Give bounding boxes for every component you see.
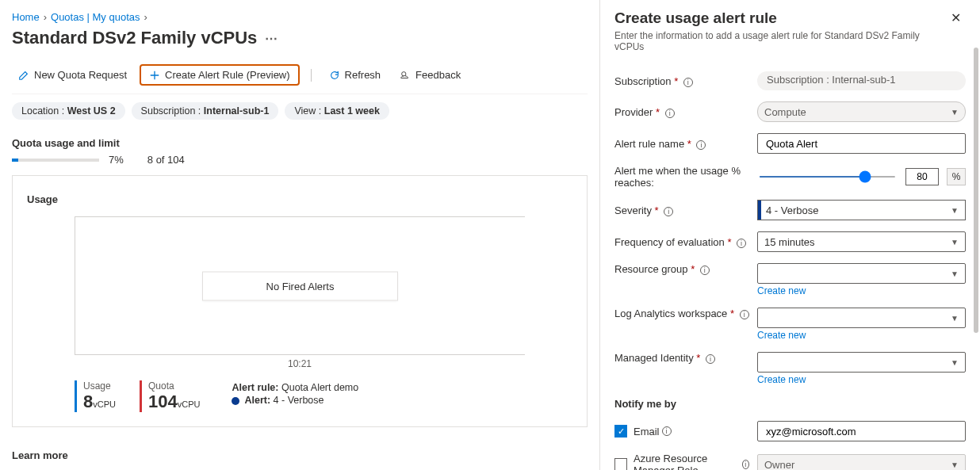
email-input[interactable] bbox=[757, 421, 966, 441]
breadcrumb-home[interactable]: Home bbox=[12, 11, 40, 23]
resource-group-label: Resource group * i bbox=[614, 263, 749, 275]
rg-create-new-link[interactable]: Create new bbox=[757, 285, 966, 296]
threshold-label: Alert me when the usage % reaches: bbox=[614, 165, 749, 189]
provider-label: Provider * i bbox=[614, 106, 749, 118]
filter-row: Location : West US 2 Subscription : Inte… bbox=[12, 94, 588, 131]
rule-name-input[interactable] bbox=[757, 133, 966, 154]
notify-heading: Notify me by bbox=[614, 398, 966, 410]
no-fired-alerts-banner: No Fired Alerts bbox=[202, 271, 399, 300]
threshold-slider[interactable] bbox=[759, 176, 896, 178]
chevron-down-icon: ▼ bbox=[951, 108, 959, 117]
severity-label: Severity * i bbox=[614, 204, 749, 216]
quota-stat-label: Quota bbox=[148, 380, 200, 392]
chevron-down-icon: ▼ bbox=[951, 358, 959, 367]
arm-role-checkbox[interactable] bbox=[614, 458, 627, 470]
more-icon[interactable]: ⋯ bbox=[265, 31, 278, 46]
chevron-down-icon: ▼ bbox=[951, 460, 959, 469]
create-alert-label: Create Alert Rule (Preview) bbox=[165, 69, 290, 81]
usage-stat-label: Usage bbox=[83, 380, 116, 392]
quota-usage-heading: Quota usage and limit bbox=[12, 137, 588, 149]
frequency-select[interactable]: 15 minutes▼ bbox=[757, 231, 966, 252]
rule-name-label: Alert rule name * i bbox=[614, 138, 749, 150]
panel-subtitle: Enter the information to add a usage ale… bbox=[614, 30, 946, 52]
law-select[interactable]: ▼ bbox=[757, 308, 966, 328]
feedback-label: Feedback bbox=[415, 69, 461, 81]
info-icon[interactable]: i bbox=[700, 266, 710, 275]
info-icon[interactable]: i bbox=[662, 426, 672, 436]
usage-chart: No Fired Alerts bbox=[75, 216, 525, 355]
usage-percent: 7% bbox=[109, 154, 124, 166]
feedback-icon bbox=[400, 70, 411, 81]
location-filter[interactable]: Location : West US 2 bbox=[12, 102, 125, 120]
usage-card: Usage No Fired Alerts 10:21 Usage 8vCPU … bbox=[12, 175, 588, 427]
info-icon[interactable]: i bbox=[665, 109, 675, 118]
divider bbox=[311, 69, 312, 82]
usage-stat: Usage 8vCPU bbox=[75, 380, 116, 412]
create-alert-rule-button[interactable]: Create Alert Rule (Preview) bbox=[140, 64, 300, 86]
chart-time-label: 10:21 bbox=[27, 358, 572, 369]
panel-scrollbar[interactable] bbox=[974, 48, 978, 333]
refresh-icon bbox=[329, 70, 340, 81]
close-panel-button[interactable]: ✕ bbox=[946, 10, 966, 26]
chevron-down-icon: ▼ bbox=[951, 238, 959, 246]
create-alert-panel: Create usage alert rule Enter the inform… bbox=[599, 0, 980, 470]
info-icon[interactable]: i bbox=[664, 207, 673, 216]
arm-role-row-label: Azure Resource Manager Role i bbox=[614, 453, 749, 470]
chevron-down-icon: ▼ bbox=[951, 206, 959, 215]
law-create-new-link[interactable]: Create new bbox=[757, 330, 966, 341]
refresh-button[interactable]: Refresh bbox=[323, 66, 388, 84]
breadcrumb-quotas[interactable]: Quotas | My quotas bbox=[51, 11, 140, 23]
info-icon[interactable]: i bbox=[740, 310, 749, 319]
breadcrumb: Home › Quotas | My quotas › bbox=[12, 11, 588, 23]
usage-count: 8 of 104 bbox=[147, 154, 185, 166]
percent-label: % bbox=[947, 168, 966, 185]
usage-card-title: Usage bbox=[27, 193, 572, 205]
page-title-text: Standard DSv2 Family vCPUs bbox=[12, 28, 257, 48]
email-checkbox[interactable]: ✓ bbox=[614, 425, 627, 438]
info-icon[interactable]: i bbox=[737, 239, 746, 248]
mi-create-new-link[interactable]: Create new bbox=[757, 374, 966, 385]
arm-role-select[interactable]: Owner▼ bbox=[757, 454, 966, 470]
new-quota-request-button[interactable]: New Quota Request bbox=[12, 66, 133, 84]
info-icon[interactable]: i bbox=[706, 354, 715, 364]
threshold-value-input[interactable] bbox=[905, 168, 939, 185]
learn-more-heading: Learn more bbox=[12, 449, 588, 461]
chevron-down-icon: ▼ bbox=[951, 314, 959, 323]
page-title: Standard DSv2 Family vCPUs ⋯ bbox=[12, 28, 588, 48]
view-filter[interactable]: View : Last 1 week bbox=[285, 102, 389, 120]
email-row-label: ✓ Email i bbox=[614, 425, 749, 438]
usage-progress-bar bbox=[12, 159, 99, 162]
law-label: Log Analytics workspace * i bbox=[614, 308, 749, 319]
new-quota-label: New Quota Request bbox=[34, 69, 127, 81]
toolbar: New Quota Request Create Alert Rule (Pre… bbox=[12, 59, 588, 94]
info-icon[interactable]: i bbox=[742, 460, 749, 469]
subscription-select[interactable]: Subscription : Internal-sub-1 bbox=[757, 71, 966, 90]
chevron-right-icon: › bbox=[144, 11, 147, 23]
mi-label: Managed Identity * i bbox=[614, 352, 749, 364]
quota-stat: Quota 104vCPU bbox=[140, 380, 200, 412]
chevron-down-icon: ▼ bbox=[951, 269, 959, 278]
panel-title: Create usage alert rule bbox=[614, 10, 946, 27]
refresh-label: Refresh bbox=[345, 69, 381, 81]
info-icon[interactable]: i bbox=[683, 78, 693, 87]
subscription-filter[interactable]: Subscription : Internal-sub-1 bbox=[132, 102, 279, 120]
frequency-label: Frequency of evaluation * i bbox=[614, 236, 749, 248]
info-icon[interactable]: i bbox=[696, 140, 706, 150]
feedback-button[interactable]: Feedback bbox=[393, 66, 467, 84]
alert-rule-info: Alert rule: Quota Alert demo Alert: 4 - … bbox=[232, 380, 358, 407]
severity-select[interactable]: 4 - Verbose▼ bbox=[757, 200, 966, 220]
mi-select[interactable]: ▼ bbox=[757, 352, 966, 373]
severity-dot-icon bbox=[232, 397, 239, 405]
plus-icon bbox=[149, 70, 160, 81]
svg-point-0 bbox=[402, 71, 406, 75]
subscription-label: Subscription * i bbox=[614, 75, 749, 87]
edit-icon bbox=[18, 70, 29, 81]
provider-select[interactable]: Compute▼ bbox=[757, 101, 966, 122]
resource-group-select[interactable]: ▼ bbox=[757, 263, 966, 284]
chevron-right-icon: › bbox=[44, 11, 47, 23]
